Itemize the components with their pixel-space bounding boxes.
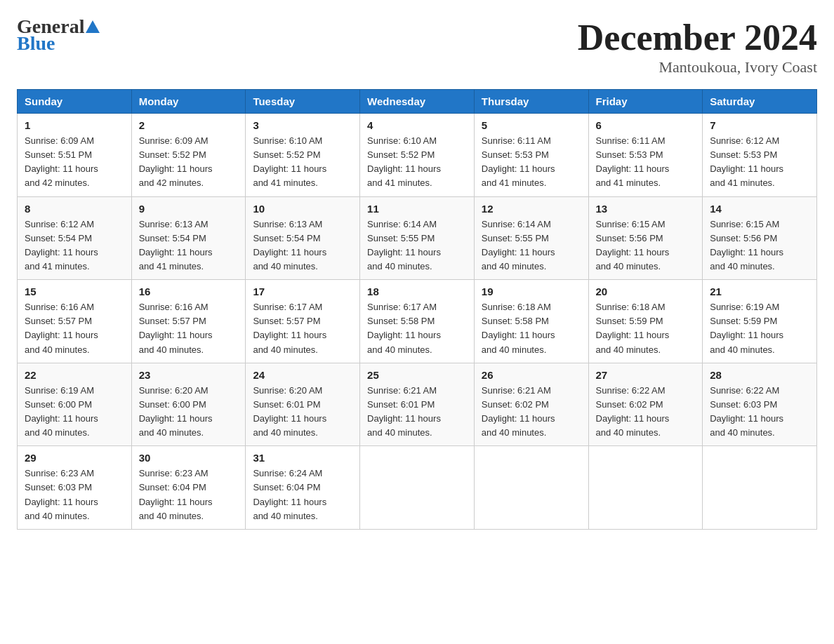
day-number: 12 (482, 203, 581, 215)
calendar-cell: 8Sunrise: 6:12 AMSunset: 5:54 PMDaylight… (18, 196, 132, 280)
day-number: 4 (367, 119, 467, 131)
calendar-cell: 13Sunrise: 6:15 AMSunset: 5:56 PMDayligh… (588, 196, 703, 280)
day-number: 17 (253, 286, 352, 297)
calendar-cell: 9Sunrise: 6:13 AMSunset: 5:54 PMDaylight… (131, 196, 246, 280)
weekday-header-row: SundayMondayTuesdayWednesdayThursdayFrid… (18, 90, 817, 114)
day-number: 5 (482, 119, 581, 131)
calendar-cell: 6Sunrise: 6:11 AMSunset: 5:53 PMDaylight… (588, 114, 703, 197)
day-number: 3 (253, 119, 352, 131)
weekday-header-friday: Friday (588, 90, 703, 114)
location: Mantoukoua, Ivory Coast (578, 58, 817, 76)
calendar-cell: 21Sunrise: 6:19 AMSunset: 5:59 PMDayligh… (703, 280, 817, 363)
day-number: 15 (25, 286, 124, 297)
day-info: Sunrise: 6:23 AMSunset: 6:04 PMDaylight:… (139, 467, 239, 523)
day-number: 31 (253, 452, 352, 464)
weekday-header-sunday: Sunday (18, 90, 132, 114)
day-number: 26 (482, 369, 581, 381)
day-number: 27 (596, 369, 696, 381)
calendar-cell: 19Sunrise: 6:18 AMSunset: 5:58 PMDayligh… (474, 280, 588, 363)
week-row-4: 22Sunrise: 6:19 AMSunset: 6:00 PMDayligh… (18, 363, 817, 446)
day-info: Sunrise: 6:14 AMSunset: 5:55 PMDaylight:… (482, 217, 581, 274)
day-number: 18 (367, 286, 467, 297)
day-info: Sunrise: 6:22 AMSunset: 6:03 PMDaylight:… (710, 384, 809, 441)
day-number: 20 (596, 286, 696, 297)
calendar-cell: 23Sunrise: 6:20 AMSunset: 6:00 PMDayligh… (131, 363, 246, 446)
calendar-cell (474, 446, 588, 530)
calendar-cell: 28Sunrise: 6:22 AMSunset: 6:03 PMDayligh… (703, 363, 817, 446)
day-info: Sunrise: 6:19 AMSunset: 5:59 PMDaylight:… (710, 300, 809, 357)
logo-blue-text: Blue (17, 34, 100, 53)
day-number: 7 (710, 119, 809, 131)
day-info: Sunrise: 6:22 AMSunset: 6:02 PMDaylight:… (596, 384, 696, 441)
calendar-cell: 24Sunrise: 6:20 AMSunset: 6:01 PMDayligh… (246, 363, 360, 446)
day-info: Sunrise: 6:10 AMSunset: 5:52 PMDaylight:… (367, 134, 467, 191)
day-number: 11 (367, 203, 467, 215)
day-info: Sunrise: 6:13 AMSunset: 5:54 PMDaylight:… (253, 217, 352, 274)
calendar-cell: 22Sunrise: 6:19 AMSunset: 6:00 PMDayligh… (18, 363, 132, 446)
day-info: Sunrise: 6:10 AMSunset: 5:52 PMDaylight:… (253, 134, 352, 191)
day-info: Sunrise: 6:16 AMSunset: 5:57 PMDaylight:… (139, 300, 239, 357)
calendar-cell: 27Sunrise: 6:22 AMSunset: 6:02 PMDayligh… (588, 363, 703, 446)
day-number: 19 (482, 286, 581, 297)
calendar-cell: 11Sunrise: 6:14 AMSunset: 5:55 PMDayligh… (360, 196, 475, 280)
day-info: Sunrise: 6:21 AMSunset: 6:01 PMDaylight:… (367, 384, 467, 441)
calendar-cell: 12Sunrise: 6:14 AMSunset: 5:55 PMDayligh… (474, 196, 588, 280)
day-number: 21 (710, 286, 809, 297)
day-number: 14 (710, 203, 809, 215)
day-number: 23 (139, 369, 239, 381)
calendar-cell: 10Sunrise: 6:13 AMSunset: 5:54 PMDayligh… (246, 196, 360, 280)
day-info: Sunrise: 6:21 AMSunset: 6:02 PMDaylight:… (482, 384, 581, 441)
calendar-cell: 3Sunrise: 6:10 AMSunset: 5:52 PMDaylight… (246, 114, 360, 197)
title-block: December 2024 Mantoukoua, Ivory Coast (578, 17, 817, 76)
calendar-cell: 25Sunrise: 6:21 AMSunset: 6:01 PMDayligh… (360, 363, 475, 446)
day-info: Sunrise: 6:09 AMSunset: 5:52 PMDaylight:… (139, 134, 239, 191)
week-row-1: 1Sunrise: 6:09 AMSunset: 5:51 PMDaylight… (18, 114, 817, 197)
calendar-cell: 15Sunrise: 6:16 AMSunset: 5:57 PMDayligh… (18, 280, 132, 363)
day-info: Sunrise: 6:19 AMSunset: 6:00 PMDaylight:… (25, 384, 124, 441)
weekday-header-thursday: Thursday (474, 90, 588, 114)
page-header: General Blue December 2024 Mantoukoua, I… (17, 17, 817, 76)
day-info: Sunrise: 6:17 AMSunset: 5:57 PMDaylight:… (253, 300, 352, 357)
weekday-header-tuesday: Tuesday (246, 90, 360, 114)
calendar-cell: 1Sunrise: 6:09 AMSunset: 5:51 PMDaylight… (18, 114, 132, 197)
day-number: 28 (710, 369, 809, 381)
day-number: 1 (25, 119, 124, 131)
day-info: Sunrise: 6:15 AMSunset: 5:56 PMDaylight:… (596, 217, 696, 274)
calendar-cell: 14Sunrise: 6:15 AMSunset: 5:56 PMDayligh… (703, 196, 817, 280)
week-row-2: 8Sunrise: 6:12 AMSunset: 5:54 PMDaylight… (18, 196, 817, 280)
day-number: 10 (253, 203, 352, 215)
day-info: Sunrise: 6:14 AMSunset: 5:55 PMDaylight:… (367, 217, 467, 274)
calendar-cell: 20Sunrise: 6:18 AMSunset: 5:59 PMDayligh… (588, 280, 703, 363)
day-info: Sunrise: 6:15 AMSunset: 5:56 PMDaylight:… (710, 217, 809, 274)
day-info: Sunrise: 6:11 AMSunset: 5:53 PMDaylight:… (482, 134, 581, 191)
day-info: Sunrise: 6:12 AMSunset: 5:54 PMDaylight:… (25, 217, 124, 274)
calendar-cell (703, 446, 817, 530)
calendar-cell: 2Sunrise: 6:09 AMSunset: 5:52 PMDaylight… (131, 114, 246, 197)
calendar-cell: 18Sunrise: 6:17 AMSunset: 5:58 PMDayligh… (360, 280, 475, 363)
day-number: 30 (139, 452, 239, 464)
day-info: Sunrise: 6:13 AMSunset: 5:54 PMDaylight:… (139, 217, 239, 274)
day-info: Sunrise: 6:18 AMSunset: 5:59 PMDaylight:… (596, 300, 696, 357)
day-info: Sunrise: 6:23 AMSunset: 6:03 PMDaylight:… (25, 467, 124, 523)
week-row-5: 29Sunrise: 6:23 AMSunset: 6:03 PMDayligh… (18, 446, 817, 530)
day-number: 16 (139, 286, 239, 297)
day-number: 9 (139, 203, 239, 215)
logo: General Blue (17, 17, 100, 53)
calendar-table: SundayMondayTuesdayWednesdayThursdayFrid… (17, 89, 817, 530)
week-row-3: 15Sunrise: 6:16 AMSunset: 5:57 PMDayligh… (18, 280, 817, 363)
day-info: Sunrise: 6:17 AMSunset: 5:58 PMDaylight:… (367, 300, 467, 357)
day-info: Sunrise: 6:09 AMSunset: 5:51 PMDaylight:… (25, 134, 124, 191)
logo-triangle-icon (86, 20, 100, 33)
calendar-cell: 7Sunrise: 6:12 AMSunset: 5:53 PMDaylight… (703, 114, 817, 197)
calendar-cell: 31Sunrise: 6:24 AMSunset: 6:04 PMDayligh… (246, 446, 360, 530)
calendar-cell: 5Sunrise: 6:11 AMSunset: 5:53 PMDaylight… (474, 114, 588, 197)
calendar-cell: 26Sunrise: 6:21 AMSunset: 6:02 PMDayligh… (474, 363, 588, 446)
day-number: 22 (25, 369, 124, 381)
day-info: Sunrise: 6:16 AMSunset: 5:57 PMDaylight:… (25, 300, 124, 357)
calendar-cell: 16Sunrise: 6:16 AMSunset: 5:57 PMDayligh… (131, 280, 246, 363)
day-number: 25 (367, 369, 467, 381)
weekday-header-saturday: Saturday (703, 90, 817, 114)
day-info: Sunrise: 6:18 AMSunset: 5:58 PMDaylight:… (482, 300, 581, 357)
day-info: Sunrise: 6:12 AMSunset: 5:53 PMDaylight:… (710, 134, 809, 191)
day-number: 8 (25, 203, 124, 215)
